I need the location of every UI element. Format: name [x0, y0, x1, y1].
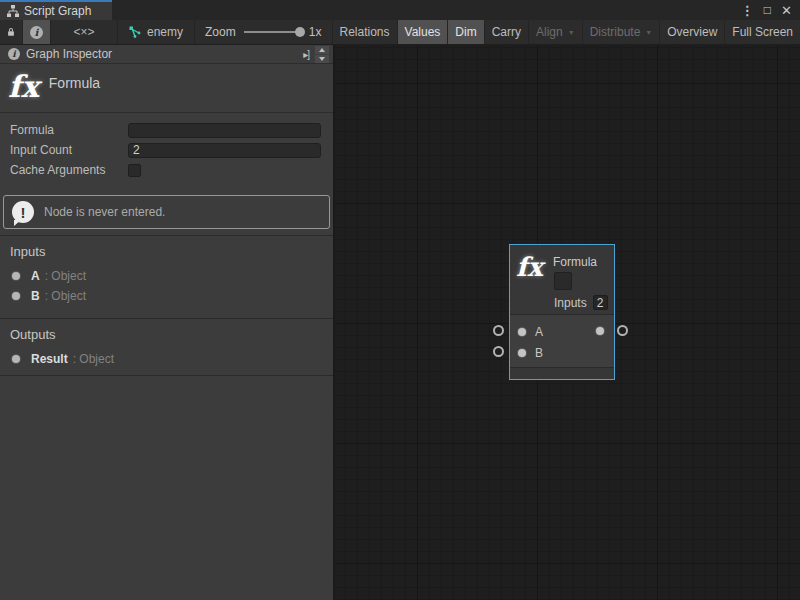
full-screen-label: Full Screen — [732, 25, 793, 39]
output-port-row-result: Result : Object — [0, 349, 333, 369]
port-type: : Object — [73, 352, 114, 366]
node-input-port-a[interactable] — [518, 328, 526, 336]
node-port-row-b: B — [510, 342, 614, 363]
node-port-row-a: A — [510, 321, 614, 342]
port-dot — [12, 272, 20, 280]
graph-toolbar: i <×> enemy Zoom 1x Relations Values — [0, 20, 800, 45]
inspect-toggle-button[interactable]: i — [23, 20, 51, 44]
warning-text: Node is never entered. — [44, 205, 165, 219]
socket-input-b[interactable] — [493, 346, 504, 357]
formula-field-row: Formula — [0, 120, 333, 140]
formula-node[interactable]: fx Formula Inputs 2 A B — [509, 244, 615, 380]
carry-toggle[interactable]: Carry — [485, 20, 529, 44]
formula-node-inputs-row: Inputs 2 — [554, 295, 608, 310]
port-name: Result — [31, 352, 68, 366]
graph-asset-icon — [129, 26, 141, 38]
unit-header: fx Formula — [0, 64, 333, 113]
cache-arguments-label: Cache Arguments — [10, 163, 128, 177]
graph-name-label: enemy — [147, 25, 183, 39]
lock-icon — [7, 26, 15, 38]
tab-label: Script Graph — [24, 4, 91, 18]
relations-label: Relations — [340, 25, 390, 39]
outputs-header: Outputs — [0, 319, 333, 349]
zoom-slider-handle[interactable] — [295, 27, 305, 37]
distribute-label: Distribute — [590, 25, 641, 39]
unit-fields: Formula Input Count Cache Arguments — [0, 113, 333, 184]
chevron-down-icon: ▼ — [568, 29, 575, 36]
node-inputs-count-input[interactable]: 2 — [593, 295, 608, 310]
header-spinner — [315, 46, 329, 63]
script-graph-window: Script Graph ⋮ □ ✕ i <×> — [0, 0, 800, 600]
graph-canvas[interactable]: fx Formula Inputs 2 A B — [335, 45, 800, 600]
fx-icon: fx — [516, 252, 543, 282]
title-bar: Script Graph ⋮ □ ✕ — [0, 0, 800, 20]
node-output-port-result[interactable] — [596, 327, 604, 335]
input-count-input[interactable] — [128, 143, 321, 158]
maximize-icon[interactable]: □ — [764, 4, 771, 16]
warning-icon: ! — [12, 201, 34, 223]
window-controls: ⋮ □ ✕ — [741, 0, 800, 20]
close-icon[interactable]: ✕ — [781, 4, 792, 17]
socket-output-result[interactable] — [617, 325, 628, 336]
cache-arguments-field-row: Cache Arguments — [0, 160, 333, 180]
zoom-control: Zoom 1x — [195, 20, 333, 44]
align-dropdown[interactable]: Align ▼ — [529, 20, 583, 44]
zoom-value: 1x — [309, 25, 322, 39]
input-port-row-b: B : Object — [0, 286, 333, 306]
graph-inspector-header: i Graph Inspector ▸] — [0, 45, 333, 64]
inputs-section: Inputs A : Object B : Object — [0, 235, 333, 312]
socket-input-a[interactable] — [493, 325, 504, 336]
node-port-label: B — [535, 346, 543, 360]
unit-title: Formula — [49, 75, 100, 91]
formula-node-body: A B — [510, 314, 614, 367]
graph-inspector-title: Graph Inspector — [26, 47, 112, 61]
port-name: A — [31, 269, 40, 283]
full-screen-button[interactable]: Full Screen — [725, 20, 800, 44]
formula-node-footer — [510, 367, 614, 379]
fx-icon: fx — [8, 71, 39, 103]
cache-arguments-checkbox[interactable] — [128, 164, 141, 177]
port-name: B — [31, 289, 40, 303]
formula-input[interactable] — [128, 123, 321, 138]
dim-label: Dim — [455, 25, 476, 39]
overview-label: Overview — [667, 25, 717, 39]
carry-label: Carry — [492, 25, 521, 39]
input-count-label: Input Count — [10, 143, 128, 157]
info-icon: i — [8, 48, 20, 60]
align-label: Align — [536, 25, 563, 39]
zoom-label: Zoom — [205, 25, 236, 39]
window-menu-icon[interactable]: ⋮ — [741, 4, 754, 17]
port-type: : Object — [45, 269, 86, 283]
edit-code-button[interactable]: <×> — [51, 20, 118, 44]
node-port-label: A — [535, 325, 543, 339]
formula-field-label: Formula — [10, 123, 128, 137]
port-dot — [12, 355, 20, 363]
hierarchy-icon — [7, 5, 19, 17]
overview-button[interactable]: Overview — [660, 20, 725, 44]
dim-toggle[interactable]: Dim — [448, 20, 484, 44]
distribute-dropdown[interactable]: Distribute ▼ — [583, 20, 661, 44]
port-type: : Object — [45, 289, 86, 303]
input-port-row-a: A : Object — [0, 266, 333, 286]
lock-button[interactable] — [0, 20, 23, 44]
formula-node-title: Formula — [553, 255, 597, 269]
formula-node-header: fx Formula Inputs 2 — [510, 245, 614, 314]
formula-node-formula-input[interactable] — [554, 272, 572, 290]
inputs-header: Inputs — [0, 236, 333, 266]
values-toggle[interactable]: Values — [398, 20, 449, 44]
port-dot — [12, 292, 20, 300]
outputs-section: Outputs Result : Object — [0, 318, 333, 376]
dock-icon[interactable]: ▸] — [300, 49, 312, 60]
spinner-up-button[interactable] — [315, 46, 329, 54]
graph-breadcrumb[interactable]: enemy — [118, 20, 195, 44]
node-input-port-b[interactable] — [518, 349, 526, 357]
input-count-field-row: Input Count — [0, 140, 333, 160]
info-icon: i — [30, 26, 43, 39]
values-label: Values — [405, 25, 441, 39]
code-icon: <×> — [73, 25, 94, 39]
tab-script-graph[interactable]: Script Graph — [0, 0, 112, 20]
zoom-slider[interactable] — [244, 31, 301, 33]
relations-toggle[interactable]: Relations — [333, 20, 398, 44]
chevron-down-icon: ▼ — [645, 29, 652, 36]
spinner-down-button[interactable] — [315, 55, 329, 63]
